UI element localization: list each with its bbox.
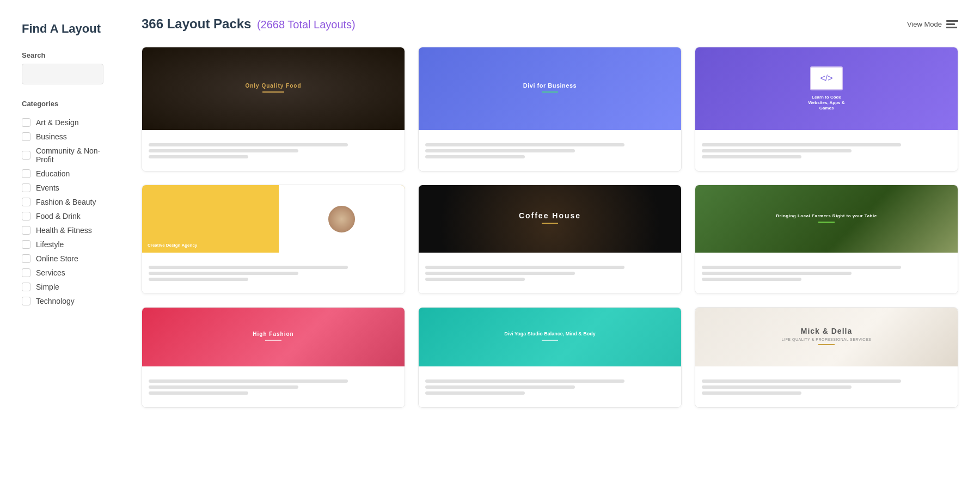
sidebar-title: Find A Layout (22, 22, 103, 36)
category-checkbox-art-design[interactable] (22, 118, 30, 127)
categories-label: Categories (22, 100, 103, 108)
sidebar-item-education[interactable]: Education (22, 167, 103, 181)
card-info-design-agency: Design Agency Layout Pack (142, 293, 405, 294)
card-thumbnail-agency: Divi for Business (419, 47, 681, 171)
category-checkbox-health-fitness[interactable] (22, 226, 30, 235)
sidebar-item-community-non-profit[interactable]: Community & Non-Profit (22, 144, 103, 167)
card-thumbnail-yoga: Divi Yoga Studio Balance, Mind & Body (419, 308, 681, 407)
card-thumbnail-coffee-shop: Coffee House (419, 185, 681, 293)
card-thumbnail-fashion: High Fashion (142, 308, 405, 407)
card-info-fashion: Fashion Layout Pack (142, 407, 405, 408)
card-fashion[interactable]: High Fashion Fashion Layout Pack (142, 307, 405, 408)
category-label-food-drink: Food & Drink (36, 212, 81, 220)
main-count: (2668 Total Layouts) (257, 19, 356, 30)
card-thumb-lower-agency (419, 130, 681, 171)
categories-list: Art & Design Business Community & Non-Pr… (22, 115, 103, 308)
card-info-restaurant: Restaurant Layout Pack (142, 171, 405, 171)
category-checkbox-fashion-beauty[interactable] (22, 198, 30, 206)
card-thumb-top-fashion: High Fashion (142, 308, 405, 366)
card-info-agency: Agency Layout Pack (419, 171, 681, 171)
card-thumb-lower-fashion (142, 366, 405, 407)
sidebar-item-simple[interactable]: Simple (22, 280, 103, 294)
card-thumb-lower-restaurant (142, 130, 405, 171)
card-thumb-top-restaurant: Only Quality Food (142, 47, 405, 130)
category-label-health-fitness: Health & Fitness (36, 226, 92, 235)
category-label-lifestyle: Lifestyle (36, 240, 64, 249)
category-checkbox-food-drink[interactable] (22, 212, 30, 220)
category-label-art-design: Art & Design (36, 118, 79, 127)
sidebar-item-business[interactable]: Business (22, 130, 103, 144)
main-content: 366 Layout Packs (2668 Total Layouts) Vi… (120, 0, 980, 490)
category-label-online-store: Online Store (36, 254, 78, 263)
card-thumbnail-farmers-market: Bringing Local Farmers Right to your Tab… (695, 185, 958, 293)
category-label-events: Events (36, 183, 59, 192)
card-thumb-lower-design-agency (142, 253, 405, 293)
card-thumb-top-design-agency: Creative Design Agency (142, 185, 405, 253)
card-coffee-shop[interactable]: Coffee House Coffee Shop Layout Pack (418, 185, 682, 294)
category-label-services: Services (36, 268, 65, 277)
category-label-simple: Simple (36, 283, 59, 291)
category-label-business: Business (36, 132, 67, 141)
sidebar: Find A Layout Search Categories Art & De… (0, 0, 120, 490)
sidebar-item-art-design[interactable]: Art & Design (22, 115, 103, 130)
main-title-area: 366 Layout Packs (2668 Total Layouts) (142, 16, 356, 32)
view-mode-label: View Mode (907, 20, 942, 28)
card-thumbnail-lms: </> Learn to Code Websites, Apps & Games (695, 47, 958, 171)
category-label-fashion-beauty: Fashion & Beauty (36, 198, 96, 206)
card-info-yoga: Yoga Layout Pack (419, 407, 681, 408)
sidebar-item-health-fitness[interactable]: Health & Fitness (22, 223, 103, 237)
card-info-mick-della: Mick & Della Layout Pack (695, 407, 958, 408)
card-mick-della[interactable]: Mick & Della LIFE QUALITY & PROFESSIONAL… (695, 307, 958, 408)
category-label-education: Education (36, 169, 70, 178)
card-thumb-top-coffee-shop: Coffee House (419, 185, 681, 253)
card-thumb-lower-lms (695, 130, 958, 171)
category-label-community-non-profit: Community & Non-Profit (36, 146, 103, 164)
card-farmers-market[interactable]: Bringing Local Farmers Right to your Tab… (695, 185, 958, 294)
search-input[interactable] (22, 64, 103, 84)
card-info-lms: Learning Management (LMS) Layout Pack (695, 171, 958, 171)
category-checkbox-technology[interactable] (22, 297, 30, 305)
category-checkbox-community-non-profit[interactable] (22, 151, 30, 160)
sidebar-item-online-store[interactable]: Online Store (22, 252, 103, 266)
card-thumb-lower-mick-della (695, 366, 958, 407)
category-label-technology: Technology (36, 297, 75, 305)
card-thumb-top-farmers-market: Bringing Local Farmers Right to your Tab… (695, 185, 958, 253)
card-info-farmers-market: Farmers Market Layout Pack (695, 293, 958, 294)
main-title: 366 Layout Packs (142, 16, 251, 31)
category-checkbox-education[interactable] (22, 169, 30, 178)
card-thumb-lower-yoga (419, 366, 681, 407)
card-thumb-top-mick-della: Mick & Della LIFE QUALITY & PROFESSIONAL… (695, 308, 958, 366)
card-yoga[interactable]: Divi Yoga Studio Balance, Mind & Body Yo… (418, 307, 682, 408)
sidebar-item-lifestyle[interactable]: Lifestyle (22, 237, 103, 252)
card-thumbnail-restaurant: Only Quality Food (142, 47, 405, 171)
card-info-coffee-shop: Coffee Shop Layout Pack (419, 293, 681, 294)
card-lms[interactable]: </> Learn to Code Websites, Apps & Games… (695, 47, 958, 171)
category-checkbox-simple[interactable] (22, 283, 30, 291)
card-thumb-lower-farmers-market (695, 253, 958, 293)
card-thumb-top-yoga: Divi Yoga Studio Balance, Mind & Body (419, 308, 681, 366)
card-restaurant[interactable]: Only Quality Food Restaurant Layout Pack (142, 47, 405, 171)
view-mode-icon (946, 19, 958, 29)
view-mode-toggle[interactable]: View Mode (907, 19, 958, 29)
sidebar-item-services[interactable]: Services (22, 266, 103, 280)
sidebar-item-technology[interactable]: Technology (22, 294, 103, 308)
card-thumbnail-design-agency: Creative Design Agency (142, 185, 405, 293)
category-checkbox-online-store[interactable] (22, 254, 30, 263)
card-thumbnail-mick-della: Mick & Della LIFE QUALITY & PROFESSIONAL… (695, 308, 958, 407)
layout-grid: Only Quality Food Restaurant Layout Pack (142, 47, 958, 408)
search-label: Search (22, 51, 103, 59)
card-thumb-lower-coffee-shop (419, 253, 681, 293)
sidebar-item-food-drink[interactable]: Food & Drink (22, 209, 103, 223)
sidebar-item-events[interactable]: Events (22, 181, 103, 195)
category-checkbox-lifestyle[interactable] (22, 240, 30, 249)
sidebar-item-fashion-beauty[interactable]: Fashion & Beauty (22, 195, 103, 209)
card-thumb-top-lms: </> Learn to Code Websites, Apps & Games (695, 47, 958, 130)
category-checkbox-business[interactable] (22, 132, 30, 141)
category-checkbox-services[interactable] (22, 268, 30, 277)
main-header: 366 Layout Packs (2668 Total Layouts) Vi… (142, 16, 958, 32)
card-thumb-top-agency: Divi for Business (419, 47, 681, 130)
card-design-agency[interactable]: Creative Design Agency Design Agency Lay… (142, 185, 405, 294)
card-agency[interactable]: Divi for Business Agency Layout Pack (418, 47, 682, 171)
category-checkbox-events[interactable] (22, 183, 30, 192)
